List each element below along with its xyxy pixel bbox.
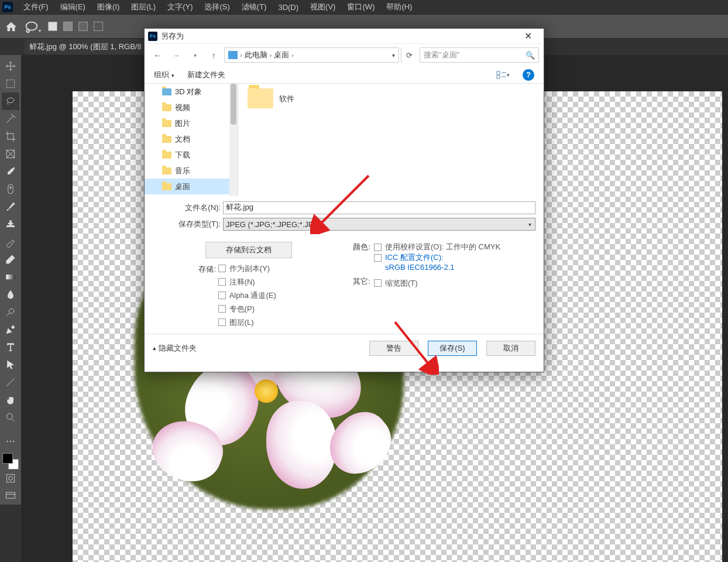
menu-help[interactable]: 帮助(H) <box>380 1 418 13</box>
checkbox-copy[interactable]: 作为副本(Y) <box>218 262 276 275</box>
brush-tool[interactable] <box>2 198 19 215</box>
checkbox-spot[interactable]: 专色(P) <box>218 302 276 316</box>
search-placeholder: 搜索"桌面" <box>424 50 459 60</box>
svg-rect-11 <box>497 71 500 74</box>
breadcrumb-path[interactable]: › 此电脑 › 桌面 › ▾ <box>224 47 399 63</box>
document-tab[interactable]: 鲜花.jpg @ 100% (图层 1, RGB/8 <box>25 39 146 54</box>
tree-item[interactable]: 图片 <box>145 115 238 131</box>
selection-add-icon[interactable] <box>63 22 73 31</box>
menu-image[interactable]: 图像(I) <box>91 1 125 13</box>
gradient-tool[interactable] <box>2 268 19 286</box>
save-as-dialog: Ps 另存为 ✕ ← → ▾ ↑ › 此电脑 › 桌面 › ▾ ⟳ 搜索"桌面"… <box>144 28 544 372</box>
marquee-tool[interactable] <box>2 75 19 92</box>
quick-mask-icon[interactable] <box>2 470 19 487</box>
checkbox-proof[interactable]: 使用校样设置(O): 工作中的 CMYK <box>374 242 500 252</box>
organize-button[interactable]: 组织 ▾ <box>154 70 174 80</box>
cancel-button[interactable]: 取消 <box>486 341 535 356</box>
blur-tool[interactable] <box>2 286 19 303</box>
refresh-button[interactable]: ⟳ <box>401 47 417 63</box>
view-mode-button[interactable]: ▾ <box>496 69 510 81</box>
menu-view[interactable]: 视图(V) <box>304 1 341 13</box>
recent-dropdown[interactable]: ▾ <box>187 48 203 62</box>
up-button[interactable]: ↑ <box>205 48 222 62</box>
screen-mode-icon[interactable] <box>2 487 19 505</box>
zoom-tool[interactable] <box>2 409 19 426</box>
help-button[interactable]: ? <box>523 69 534 81</box>
menu-file[interactable]: 文件(F) <box>18 1 54 13</box>
forward-button[interactable]: → <box>168 48 184 62</box>
checkbox-icc[interactable]: ICC 配置文件(C):sRGB IEC61966-2.1 <box>374 252 500 272</box>
tree-item-selected[interactable]: 桌面 <box>145 179 238 194</box>
home-icon[interactable] <box>5 20 18 32</box>
eraser-tool[interactable] <box>2 251 19 268</box>
checkbox-alpha[interactable]: Alpha 通道(E) <box>218 289 276 302</box>
healing-brush-tool[interactable] <box>2 180 19 198</box>
lasso-tool-icon[interactable]: ▾ <box>23 19 40 33</box>
selection-new-icon[interactable] <box>48 22 57 31</box>
folder-tree: 3D 对象 视频 图片 文档 下载 音乐 桌面 <box>145 84 238 196</box>
file-list[interactable]: 软件 <box>238 84 544 196</box>
menu-window[interactable]: 窗口(W) <box>341 1 380 13</box>
hide-folders-toggle[interactable]: ▴隐藏文件夹 <box>153 343 197 354</box>
breadcrumb-folder[interactable]: 桌面 <box>274 50 289 60</box>
history-brush-tool[interactable] <box>2 233 19 251</box>
menu-select[interactable]: 选择(S) <box>198 1 235 13</box>
folder-icon <box>162 104 171 111</box>
menu-type[interactable]: 文字(Y) <box>162 1 198 13</box>
menu-filter[interactable]: 滤镜(T) <box>236 1 273 13</box>
menu-bar: Ps 文件(F) 编辑(E) 图像(I) 图层(L) 文字(Y) 选择(S) 滤… <box>0 0 728 14</box>
tree-item[interactable]: 音乐 <box>145 163 238 179</box>
tree-item[interactable]: 3D 对象 <box>145 84 238 100</box>
menu-3d[interactable]: 3D(D) <box>272 2 304 13</box>
tree-item[interactable]: 视频 <box>145 100 238 115</box>
folder-icon <box>162 167 171 174</box>
dodge-tool[interactable] <box>2 303 19 321</box>
frame-tool[interactable] <box>2 145 19 163</box>
close-button[interactable]: ✕ <box>516 29 540 43</box>
eyedropper-tool[interactable] <box>2 163 19 180</box>
svg-rect-8 <box>6 474 14 482</box>
edit-toolbar[interactable]: ⋯ <box>2 432 19 450</box>
selection-subtract-icon[interactable] <box>78 22 88 31</box>
svg-point-6 <box>9 309 14 313</box>
breadcrumb-root[interactable]: 此电脑 <box>245 50 267 60</box>
tree-scrollbar[interactable] <box>229 84 238 196</box>
tree-item[interactable]: 文档 <box>145 131 238 147</box>
checkbox-layers[interactable]: 图层(L) <box>218 316 276 329</box>
magic-wand-tool[interactable] <box>2 110 19 128</box>
filename-fields: 文件名(N): 鲜花.jpg 保存类型(T): JPEG (*.JPG;*.JP… <box>145 196 544 237</box>
save-to-cloud-button[interactable]: 存储到云文档 <box>205 242 292 258</box>
menu-edit[interactable]: 编辑(E) <box>54 1 91 13</box>
photoshop-icon: Ps <box>148 32 157 41</box>
svg-rect-5 <box>6 275 15 279</box>
new-folder-button[interactable]: 新建文件夹 <box>187 70 225 80</box>
back-button[interactable]: ← <box>149 48 166 62</box>
filename-input[interactable]: 鲜花.jpg <box>223 201 535 214</box>
tree-item[interactable]: 下载 <box>145 147 238 163</box>
search-input[interactable]: 搜索"桌面" 🔍 <box>420 47 539 63</box>
search-icon: 🔍 <box>526 51 535 60</box>
dialog-footer: ▴隐藏文件夹 警告 保存(S) 取消 <box>145 334 544 362</box>
dialog-title-bar[interactable]: Ps 另存为 ✕ <box>145 29 544 44</box>
save-button[interactable]: 保存(S) <box>428 341 477 356</box>
file-item[interactable]: 软件 <box>248 88 294 109</box>
warning-button[interactable]: 警告 <box>369 341 418 356</box>
clone-stamp-tool[interactable] <box>2 215 19 233</box>
line-tool[interactable] <box>2 373 19 391</box>
tool-bar: ⋯ <box>0 55 21 505</box>
color-swatch[interactable] <box>2 453 19 470</box>
hand-tool[interactable] <box>2 391 19 409</box>
selection-intersect-icon[interactable] <box>94 22 103 31</box>
checkbox-thumbnail[interactable]: 缩览图(T) <box>374 276 418 290</box>
type-tool[interactable] <box>2 338 19 356</box>
lasso-tool[interactable] <box>2 92 19 110</box>
checkbox-notes[interactable]: 注释(N) <box>218 275 276 289</box>
svg-point-9 <box>9 477 13 481</box>
menu-layer[interactable]: 图层(L) <box>125 1 162 13</box>
crop-tool[interactable] <box>2 128 19 145</box>
svg-rect-1 <box>6 80 14 87</box>
pen-tool[interactable] <box>2 321 19 338</box>
path-selection-tool[interactable] <box>2 356 19 373</box>
move-tool[interactable] <box>2 57 19 75</box>
filetype-select[interactable]: JPEG (*.JPG;*.JPEG;*.JPE) <box>223 218 535 231</box>
